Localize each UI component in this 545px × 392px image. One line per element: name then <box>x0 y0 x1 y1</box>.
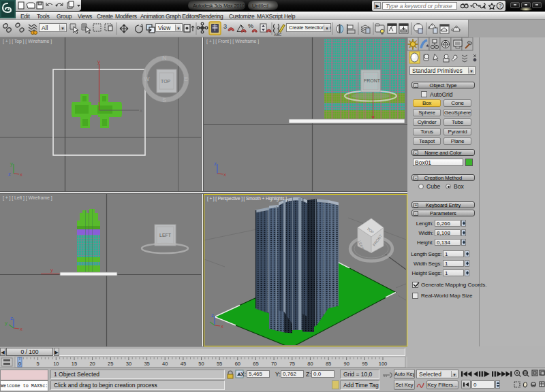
svg-text:E: E <box>184 76 188 82</box>
svg-text:100: 100 <box>379 361 388 367</box>
svg-text:z: z <box>211 312 214 318</box>
svg-text:25: 25 <box>108 361 113 367</box>
svg-text:y: y <box>10 161 13 167</box>
svg-text:N: N <box>162 54 167 61</box>
svg-text:?: ? <box>499 3 502 9</box>
svg-text:y: y <box>97 59 100 65</box>
svg-text:5: 5 <box>37 361 40 367</box>
svg-text:0: 0 <box>18 361 21 367</box>
svg-text:95: 95 <box>362 361 367 367</box>
svg-text:90: 90 <box>344 361 349 367</box>
svg-text:S: S <box>162 97 166 103</box>
svg-text:55: 55 <box>217 361 222 367</box>
svg-text:85: 85 <box>326 361 331 367</box>
svg-text:LEFT: LEFT <box>159 233 172 238</box>
svg-text:80: 80 <box>307 361 313 367</box>
svg-text:W: W <box>144 76 150 82</box>
svg-text:50: 50 <box>198 361 204 367</box>
svg-text:x: x <box>223 172 226 178</box>
svg-text:z: z <box>214 161 217 167</box>
svg-text:75: 75 <box>290 361 295 367</box>
svg-text:35: 35 <box>144 361 149 367</box>
svg-text:z: z <box>10 315 13 321</box>
svg-text:70: 70 <box>271 361 277 367</box>
svg-text:%: % <box>248 22 253 29</box>
svg-text:10: 10 <box>53 361 59 367</box>
svg-text:15: 15 <box>72 361 77 367</box>
svg-text:x: x <box>20 172 22 178</box>
svg-text:45: 45 <box>181 361 186 367</box>
svg-text:y: y <box>5 320 7 326</box>
svg-text:TOP: TOP <box>161 79 171 84</box>
svg-text:ABC: ABC <box>274 33 281 37</box>
svg-text:60: 60 <box>235 361 240 367</box>
svg-text:z: z <box>8 171 11 177</box>
svg-text:x: x <box>221 323 223 329</box>
svg-text:x: x <box>140 108 142 114</box>
svg-text:FRONT: FRONT <box>364 78 381 83</box>
svg-text:20: 20 <box>89 361 95 367</box>
svg-text:y: y <box>50 267 53 273</box>
svg-text:65: 65 <box>253 361 258 367</box>
svg-text:3: 3 <box>223 23 227 30</box>
svg-text:x: x <box>20 326 22 332</box>
svg-text:30: 30 <box>126 361 131 367</box>
svg-text:40: 40 <box>162 361 168 367</box>
